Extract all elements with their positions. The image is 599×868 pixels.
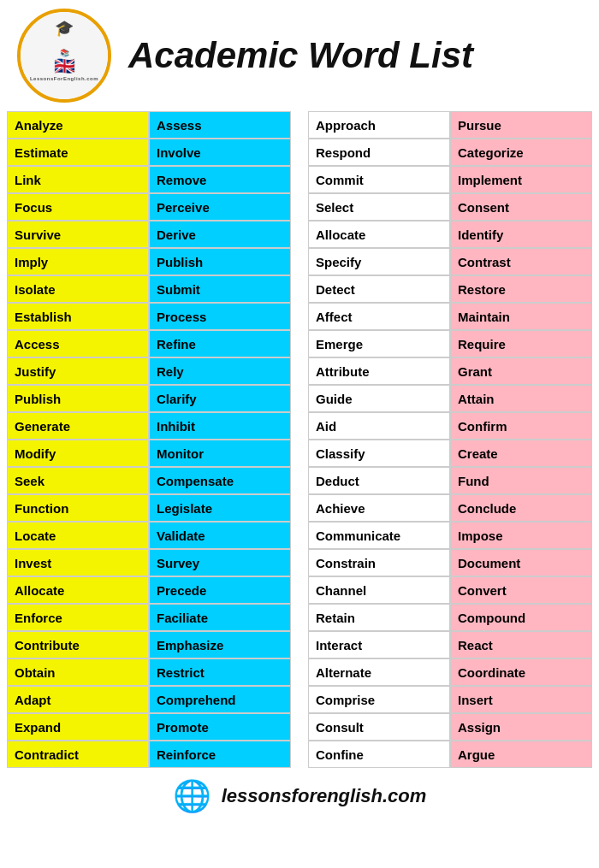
right-col1: ApproachRespondCommitSelectAllocateSpeci… (308, 111, 450, 768)
list-item: Attain (450, 385, 592, 412)
list-item: Guide (308, 385, 450, 412)
list-item: Contradict (7, 741, 149, 768)
list-item: Reinforce (149, 741, 291, 768)
list-item: Establish (7, 303, 149, 330)
list-item: Grant (450, 357, 592, 385)
list-item: Contrast (450, 248, 592, 275)
logo-text: LessonsForEnglish.com (30, 76, 98, 81)
list-item: Comprehend (149, 686, 291, 713)
list-item: Faciliate (149, 604, 291, 631)
list-item: Link (7, 166, 149, 193)
list-item: Publish (149, 248, 291, 275)
list-item: Specify (308, 248, 450, 275)
list-item: Respond (308, 139, 450, 166)
list-item: Focus (7, 193, 149, 221)
list-item: Invest (7, 549, 149, 576)
list-item: Seek (7, 467, 149, 494)
list-item: Legislate (149, 494, 291, 522)
footer: 🌐 lessonsforenglish.com (0, 771, 599, 821)
list-item: Retain (308, 604, 450, 631)
list-item: Justify (7, 357, 149, 385)
list-item: Clarify (149, 385, 291, 412)
list-item: Confine (308, 741, 450, 768)
list-item: Survive (7, 221, 149, 248)
list-item: Obtain (7, 658, 149, 686)
list-item: Coordinate (450, 658, 592, 686)
list-item: Impose (450, 522, 592, 549)
list-item: Emphasize (149, 631, 291, 658)
list-item: Function (7, 494, 149, 522)
list-item: Refine (149, 330, 291, 357)
list-item: Allocate (7, 576, 149, 604)
list-item: Create (450, 440, 592, 467)
list-item: Select (308, 193, 450, 221)
list-item: Perceive (149, 193, 291, 221)
list-item: Affect (308, 303, 450, 330)
list-item: Allocate (308, 221, 450, 248)
list-item: Inhibit (149, 412, 291, 440)
list-item: Constrain (308, 549, 450, 576)
left-section: AnalyzeEstimateLinkFocusSurviveImplyIsol… (7, 111, 291, 768)
list-item: Alternate (308, 658, 450, 686)
word-table: AnalyzeEstimateLinkFocusSurviveImplyIsol… (0, 111, 599, 768)
header: 🎓 📚 🇬🇧 LessonsForEnglish.com Academic Wo… (0, 0, 599, 111)
divider (296, 111, 303, 768)
list-item: Submit (149, 275, 291, 303)
left-col1: AnalyzeEstimateLinkFocusSurviveImplyIsol… (7, 111, 149, 768)
list-item: Locate (7, 522, 149, 549)
list-item: Consult (308, 713, 450, 741)
list-item: Compound (450, 604, 592, 631)
list-item: Compensate (149, 467, 291, 494)
list-item: Insert (450, 686, 592, 713)
list-item: Precede (149, 576, 291, 604)
page-title: Academic Word List (128, 35, 473, 76)
list-item: Access (7, 330, 149, 357)
list-item: Argue (450, 741, 592, 768)
list-item: Commit (308, 166, 450, 193)
right-section: ApproachRespondCommitSelectAllocateSpeci… (308, 111, 592, 768)
list-item: Identify (450, 221, 592, 248)
list-item: Validate (149, 522, 291, 549)
list-item: Detect (308, 275, 450, 303)
list-item: Approach (308, 111, 450, 139)
list-item: Expand (7, 713, 149, 741)
list-item: Deduct (308, 467, 450, 494)
list-item: Attribute (308, 357, 450, 385)
list-item: Restrict (149, 658, 291, 686)
logo: 🎓 📚 🇬🇧 LessonsForEnglish.com (17, 9, 111, 103)
list-item: Assign (450, 713, 592, 741)
list-item: Document (450, 549, 592, 576)
list-item: Modify (7, 440, 149, 467)
right-col2: PursueCategorizeImplementConsentIdentify… (450, 111, 592, 768)
left-col2: AssessInvolveRemovePerceiveDerivePublish… (149, 111, 291, 768)
list-item: Aid (308, 412, 450, 440)
list-item: React (450, 631, 592, 658)
list-item: Classify (308, 440, 450, 467)
list-item: Conclude (450, 494, 592, 522)
list-item: Estimate (7, 139, 149, 166)
list-item: Promote (149, 713, 291, 741)
list-item: Pursue (450, 111, 592, 139)
list-item: Imply (7, 248, 149, 275)
list-item: Contribute (7, 631, 149, 658)
list-item: Involve (149, 139, 291, 166)
globe-icon: 🌐 (173, 778, 211, 814)
list-item: Comprise (308, 686, 450, 713)
list-item: Categorize (450, 139, 592, 166)
list-item: Implement (450, 166, 592, 193)
list-item: Communicate (308, 522, 450, 549)
hat-icon: 🎓 (55, 19, 74, 38)
list-item: Confirm (450, 412, 592, 440)
flag-icon: 🇬🇧 (54, 57, 75, 74)
list-item: Generate (7, 412, 149, 440)
list-item: Maintain (450, 303, 592, 330)
list-item: Survey (149, 549, 291, 576)
list-item: Isolate (7, 275, 149, 303)
list-item: Enforce (7, 604, 149, 631)
list-item: Analyze (7, 111, 149, 139)
list-item: Process (149, 303, 291, 330)
list-item: Interact (308, 631, 450, 658)
list-item: Channel (308, 576, 450, 604)
list-item: Monitor (149, 440, 291, 467)
list-item: Achieve (308, 494, 450, 522)
